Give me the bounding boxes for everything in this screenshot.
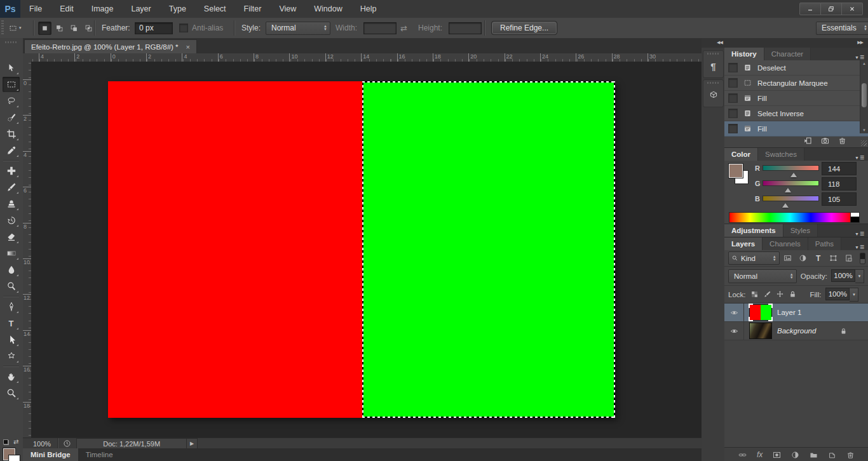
canvas[interactable] [108,81,615,418]
tab-adjustments[interactable]: Adjustments [724,224,783,237]
channel-slider-thumb[interactable] [785,185,791,192]
swap-width-height-icon[interactable]: ⇄ [400,18,407,38]
lasso-tool[interactable] [3,93,20,109]
vertical-ruler[interactable]: 024681012141618 [23,62,32,438]
gradient-tool[interactable] [3,246,20,261]
menu-layer[interactable]: Layer [122,0,159,18]
opacity-value[interactable]: 100% [831,269,855,282]
blend-mode-dropdown[interactable]: Normal ▲▼ [728,269,797,283]
tab-paths[interactable]: Paths [808,237,841,250]
background-color-swatch[interactable] [9,455,20,461]
tab-channels[interactable]: Channels [763,237,808,250]
channel-value-field[interactable]: 118 [822,177,857,190]
hand-tool[interactable] [3,369,20,384]
panel-menu-icon[interactable]: ▼≡ [855,155,864,161]
eyedropper-tool[interactable] [3,143,20,158]
document-size-info[interactable]: Doc: 1,22M/1,59M [76,438,187,449]
layer-thumbnail[interactable] [749,304,772,321]
filter-toggle-switch[interactable] [860,253,865,264]
new-group-button[interactable] [810,451,818,459]
width-input[interactable] [363,22,397,34]
zoom-tool[interactable] [3,385,20,401]
history-brush-tool[interactable] [3,213,20,228]
channel-slider-thumb[interactable] [790,170,797,177]
menu-type[interactable]: Type [160,0,195,18]
spot-healing-brush-tool[interactable] [3,163,20,178]
filter-pixel-layer-button[interactable] [781,253,795,264]
horizontal-ruler[interactable]: 42024681012141618202224262830 [31,53,702,62]
channel-slider-thumb[interactable] [782,200,789,208]
pen-tool[interactable] [3,299,20,314]
color-spectrum-ramp[interactable] [729,212,851,223]
lock-position-button[interactable] [776,290,784,298]
tab-mini-bridge[interactable]: Mini Bridge [23,448,78,461]
move-tool[interactable] [3,60,20,76]
close-document-icon[interactable]: × [186,43,190,51]
options-bar-grip[interactable] [1,20,4,36]
panel-resize-grip[interactable] [861,140,867,146]
history-state[interactable]: Rectangular Marquee [724,76,868,91]
delete-layer-button[interactable] [846,451,855,459]
expand-panels-icon[interactable]: ◀◀ [717,40,722,45]
ruler-origin-corner[interactable] [23,53,32,62]
new-doc-from-state-button[interactable] [804,137,812,145]
history-source-checkbox[interactable] [728,93,738,103]
canvas-red-region[interactable] [108,81,362,418]
paragraph-panel-button[interactable]: ¶ [703,50,724,78]
add-mask-button[interactable] [773,451,781,459]
menu-filter[interactable]: Filter [235,0,271,18]
menu-edit[interactable]: Edit [51,0,83,18]
trash-button[interactable] [838,137,846,145]
type-tool[interactable]: T [3,316,20,331]
zoom-level-field[interactable]: 100% [23,440,57,448]
lock-all-button[interactable] [789,290,797,298]
layer-visibility-toggle[interactable] [724,304,744,321]
quick-selection-tool[interactable] [3,110,20,125]
swap-colors-icon[interactable]: ⇄ [13,438,18,445]
channel-slider-track[interactable] [763,196,819,201]
tab-styles[interactable]: Styles [783,224,818,237]
refine-edge-button[interactable]: Refine Edge... [492,22,557,34]
fill-dropdown-arrow[interactable]: ▼ [850,288,858,302]
canvas-green-region[interactable] [362,81,615,418]
style-dropdown[interactable]: Normal ▲▼ [266,22,330,35]
filter-adjustment-layer-button[interactable] [796,253,810,264]
filter-kind-dropdown[interactable]: Kind ▲▼ [728,251,780,265]
layer-name[interactable]: Background [777,327,816,335]
history-source-checkbox[interactable] [728,78,738,88]
menu-file[interactable]: File [20,0,51,18]
tab-layers[interactable]: Layers [724,237,763,250]
channel-value-field[interactable]: 144 [822,162,857,175]
layer-effects-button[interactable]: fx [757,450,763,459]
foreground-color-swatch[interactable] [729,164,743,178]
document-tab[interactable]: Efeito-Retro.jpg @ 100% (Layer 1, RGB/8#… [24,39,197,54]
dodge-tool[interactable] [3,279,20,294]
tab-color[interactable]: Color [724,148,758,161]
tab-character[interactable]: Character [764,48,811,60]
anti-alias-checkbox[interactable] [179,23,188,32]
menu-image[interactable]: Image [83,0,123,18]
canvas-viewport[interactable] [31,62,702,438]
layer-name[interactable]: Layer 1 [777,309,801,316]
status-menu-arrow[interactable]: ▶ [187,438,198,449]
feather-input[interactable]: 0 px [135,22,173,34]
height-input[interactable] [449,22,482,34]
menu-select[interactable]: Select [195,0,235,18]
tab-history[interactable]: History [724,48,764,60]
panel-menu-icon[interactable]: ▼≡ [855,55,864,60]
layer-thumbnail[interactable] [749,323,772,339]
tab-timeline[interactable]: Timeline [78,448,121,461]
fill-value[interactable]: 100% [825,288,850,300]
rectangular-marquee-tool[interactable] [3,77,20,92]
brush-tool[interactable] [3,180,20,195]
history-state[interactable]: Fill [724,121,868,137]
opacity-dropdown-arrow[interactable]: ▼ [855,269,864,283]
restore-down-button[interactable] [821,3,842,15]
layer-visibility-toggle[interactable] [724,322,744,340]
blur-tool[interactable] [3,262,20,277]
history-state[interactable]: Select Inverse [724,106,868,121]
close-button[interactable] [842,3,863,15]
filter-type-layer-button[interactable]: T [811,253,825,264]
history-scrollbar[interactable]: ▲▼ [860,60,868,133]
channel-value-field[interactable]: 105 [822,192,857,206]
